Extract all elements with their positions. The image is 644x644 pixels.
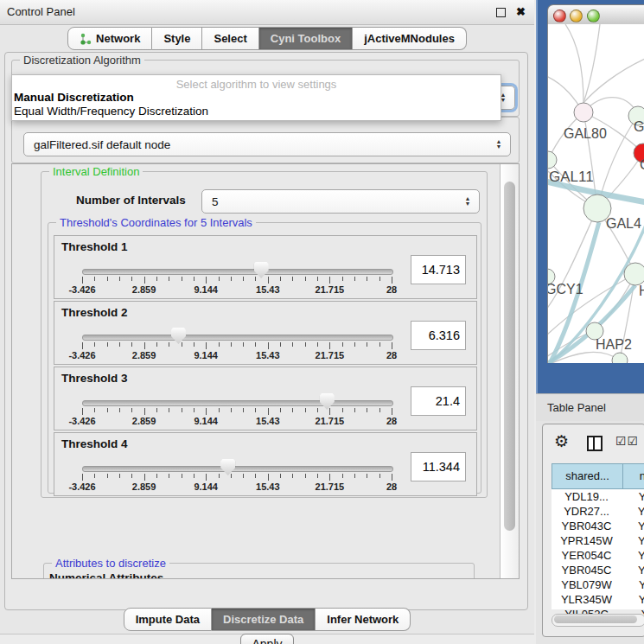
network-node[interactable] xyxy=(612,353,628,363)
tab-style[interactable]: Style xyxy=(152,27,202,50)
threshold-coordinates-group: Threshold's Coordinates for 5 Intervals … xyxy=(48,222,481,494)
table-cell[interactable]: YDR27... xyxy=(552,504,622,519)
threshold-slider[interactable]: -3.4262.8599.14415.4321.71528 xyxy=(82,302,392,364)
network-node[interactable] xyxy=(624,263,644,285)
tab-cyni-toolbox[interactable]: Cyni Toolbox xyxy=(259,27,353,50)
split-columns-icon[interactable] xyxy=(587,436,603,451)
table-hscroll-thumb[interactable] xyxy=(554,615,637,623)
tab-jactivemnodules[interactable]: jActiveMNodules xyxy=(353,27,467,50)
slider-tick xyxy=(354,277,355,281)
table-cell[interactable]: YER054C xyxy=(552,548,622,563)
network-view-canvas[interactable]: GAL80GAGAL11CGAL4GCY1HHAP2 xyxy=(547,24,644,363)
table-cell[interactable]: YPR145W xyxy=(552,533,622,548)
slider-tick xyxy=(392,474,392,481)
network-window-titlebar[interactable] xyxy=(547,4,644,26)
zoom-button[interactable] xyxy=(587,10,600,22)
close-button[interactable] xyxy=(553,10,566,22)
slider-tick xyxy=(144,408,145,415)
threshold-slider[interactable]: -3.4262.8599.14415.4321.71528 xyxy=(82,367,392,430)
table-column-header[interactable]: name xyxy=(622,463,644,489)
tab-select[interactable]: Select xyxy=(202,27,258,50)
tab-impute-data[interactable]: Impute Data xyxy=(124,608,212,631)
table-cell[interactable]: YDL1 xyxy=(622,489,644,504)
node-label: H xyxy=(639,284,644,298)
node-label: GAL11 xyxy=(549,169,594,185)
tab-discretize-data[interactable]: Discretize Data xyxy=(212,608,316,631)
table-cell[interactable]: YBR045C xyxy=(552,563,622,577)
tick-label: 9.144 xyxy=(194,416,218,426)
network-node[interactable] xyxy=(574,103,593,122)
numerical-attributes-label: Numerical Attributes xyxy=(49,571,163,579)
slider-track[interactable] xyxy=(82,269,393,275)
apply-button[interactable]: Apply xyxy=(240,634,294,644)
slider-track[interactable] xyxy=(82,466,393,472)
tick-label: 21.715 xyxy=(316,416,345,426)
number-of-intervals-combobox[interactable]: 5 ▲▼ xyxy=(201,189,480,214)
table-cell[interactable]: YBL0 xyxy=(622,577,644,592)
slider-tick xyxy=(119,408,120,412)
node-label: GAL80 xyxy=(564,126,607,141)
popup-hint: Select algorithm to view settings xyxy=(12,78,501,91)
tab-network[interactable]: Network xyxy=(67,27,152,50)
checkbox-icons[interactable]: ☑☑ xyxy=(615,434,639,448)
slider-thumb[interactable] xyxy=(220,459,235,475)
table-cell[interactable]: YBR0 xyxy=(622,519,644,533)
tick-label: 21.715 xyxy=(316,481,345,492)
slider-tick xyxy=(231,277,232,281)
tick-label: 15.43 xyxy=(256,481,280,492)
gear-icon[interactable]: ⚙ xyxy=(554,431,569,451)
slider-track[interactable] xyxy=(82,400,393,406)
table-column-header[interactable]: shared... xyxy=(552,463,623,489)
table-cell[interactable]: YPR1 xyxy=(622,533,644,548)
float-window-icon[interactable] xyxy=(496,8,506,17)
tab-label: Infer Network xyxy=(327,609,399,630)
slider-thumb[interactable] xyxy=(171,328,186,344)
tab-infer-network[interactable]: Infer Network xyxy=(316,608,411,631)
slider-tick xyxy=(268,277,269,284)
algorithm-dropdown-popup: Select algorithm to view settings Manual… xyxy=(11,74,501,121)
threshold-value-field[interactable]: 21.4 xyxy=(411,386,466,416)
slider-tick xyxy=(292,474,293,478)
table-cell[interactable]: YER0 xyxy=(622,548,644,563)
algorithm-option[interactable]: Manual Discretization xyxy=(12,91,501,105)
table-cell[interactable]: YLR3 xyxy=(622,592,644,607)
minimize-button[interactable] xyxy=(570,10,583,22)
tick-label: 2.859 xyxy=(132,416,156,426)
table-cell[interactable]: YLR345W xyxy=(552,592,622,607)
network-node[interactable] xyxy=(548,151,557,169)
threshold-slider[interactable]: -3.4262.8599.14415.4321.71528 xyxy=(82,433,392,495)
algorithm-option[interactable]: Equal Width/Frequency Discretization xyxy=(12,105,501,118)
table-horizontal-scrollbar[interactable] xyxy=(552,614,644,627)
settings-scrollbar[interactable] xyxy=(500,164,519,578)
table-cell[interactable]: YBR043C xyxy=(552,519,622,533)
node-label: GCY1 xyxy=(548,282,583,296)
settings-scrollbar-thumb[interactable] xyxy=(504,182,515,531)
close-icon[interactable]: ✖ xyxy=(516,5,526,18)
slider-tick xyxy=(392,342,392,349)
slider-tick xyxy=(94,277,95,281)
tick-label: 2.859 xyxy=(132,350,156,360)
slider-thumb[interactable] xyxy=(320,393,335,410)
panel-title: Control Panel xyxy=(7,0,75,24)
table-cell[interactable]: YDR2 xyxy=(622,504,644,519)
slider-tick xyxy=(367,474,367,478)
table-data-combobox[interactable]: galFiltered.sif default node ▲▼ xyxy=(23,132,511,156)
tick-label: 15.43 xyxy=(256,284,280,295)
tick-label: -3.426 xyxy=(68,416,95,426)
slider-tick xyxy=(292,408,293,412)
table-cell[interactable]: YBR0 xyxy=(622,563,644,577)
slider-tick xyxy=(206,342,207,349)
table-cell[interactable]: YBL079W xyxy=(552,577,622,592)
threshold-value-field[interactable]: 14.713 xyxy=(411,255,466,284)
table-cell[interactable]: YDL19... xyxy=(552,489,622,504)
slider-tick xyxy=(342,474,343,478)
threshold-value-field[interactable]: 6.316 xyxy=(411,321,466,350)
slider-tick xyxy=(194,408,194,412)
slider-tick xyxy=(119,342,120,347)
tick-label: 9.144 xyxy=(194,284,218,295)
slider-track[interactable] xyxy=(82,335,393,341)
slider-tick xyxy=(392,408,392,415)
threshold-slider[interactable]: -3.4262.8599.14415.4321.71528 xyxy=(82,236,392,298)
slider-tick xyxy=(243,408,244,412)
threshold-value-field[interactable]: 11.344 xyxy=(411,452,466,481)
